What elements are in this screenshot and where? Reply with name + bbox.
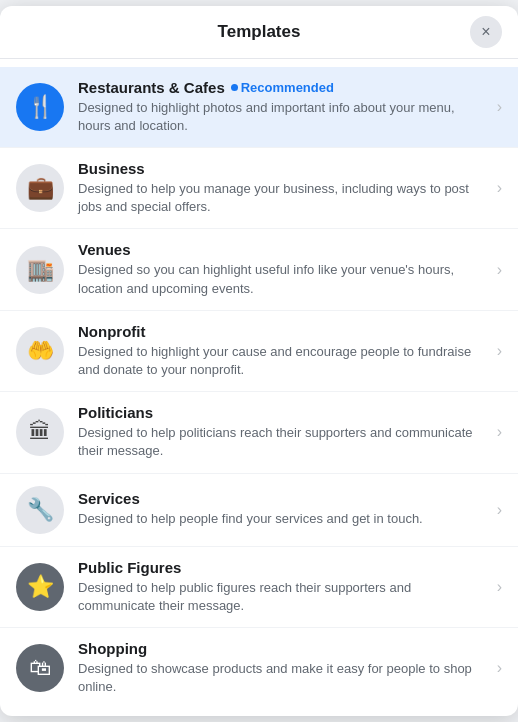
template-description: Designed to highlight your cause and enc…: [78, 343, 489, 379]
list-item[interactable]: 💼 Business Designed to help you manage y…: [0, 148, 518, 229]
template-info-politicians: Politicians Designed to help politicians…: [78, 404, 489, 460]
template-description: Designed to help people find your servic…: [78, 510, 489, 528]
template-description: Designed to help you manage your busines…: [78, 180, 489, 216]
chevron-right-icon: ›: [497, 659, 502, 677]
template-description: Designed to help politicians reach their…: [78, 424, 489, 460]
chevron-right-icon: ›: [497, 501, 502, 519]
template-info-public-figures: Public Figures Designed to help public f…: [78, 559, 489, 615]
list-item[interactable]: 🔧 Services Designed to help people find …: [0, 474, 518, 547]
template-icon-politicians: 🏛: [16, 408, 64, 456]
template-list: 🍴 Restaurants & Cafes Recommended Design…: [0, 59, 518, 717]
list-item[interactable]: 🛍 Shopping Designed to showcase products…: [0, 628, 518, 708]
template-name: Business: [78, 160, 489, 177]
chevron-right-icon: ›: [497, 342, 502, 360]
template-name: Public Figures: [78, 559, 489, 576]
template-info-shopping: Shopping Designed to showcase products a…: [78, 640, 489, 696]
recommended-dot: [231, 84, 238, 91]
template-info-services: Services Designed to help people find yo…: [78, 490, 489, 528]
list-item[interactable]: 🏛 Politicians Designed to help politicia…: [0, 392, 518, 473]
template-name: Shopping: [78, 640, 489, 657]
template-icon-restaurants-cafes: 🍴: [16, 83, 64, 131]
template-description: Designed to highlight photos and importa…: [78, 99, 489, 135]
template-name: Nonprofit: [78, 323, 489, 340]
close-button[interactable]: ×: [470, 16, 502, 48]
template-description: Designed so you can highlight useful inf…: [78, 261, 489, 297]
template-name: Services: [78, 490, 489, 507]
list-item[interactable]: 🍴 Restaurants & Cafes Recommended Design…: [0, 67, 518, 148]
chevron-right-icon: ›: [497, 261, 502, 279]
template-name: Venues: [78, 241, 489, 258]
template-icon-nonprofit: 🤲: [16, 327, 64, 375]
template-name: Restaurants & Cafes Recommended: [78, 79, 489, 96]
chevron-right-icon: ›: [497, 179, 502, 197]
template-icon-shopping: 🛍: [16, 644, 64, 692]
list-item[interactable]: ⭐ Public Figures Designed to help public…: [0, 547, 518, 628]
templates-modal: Templates × 🍴 Restaurants & Cafes Recomm…: [0, 6, 518, 717]
chevron-right-icon: ›: [497, 423, 502, 441]
modal-title: Templates: [218, 22, 301, 42]
template-icon-venues: 🏬: [16, 246, 64, 294]
close-icon: ×: [481, 23, 490, 41]
modal-header: Templates ×: [0, 6, 518, 59]
template-icon-services: 🔧: [16, 486, 64, 534]
template-info-business: Business Designed to help you manage you…: [78, 160, 489, 216]
recommended-badge: Recommended: [231, 80, 334, 95]
template-icon-business: 💼: [16, 164, 64, 212]
list-item[interactable]: 🤲 Nonprofit Designed to highlight your c…: [0, 311, 518, 392]
template-info-nonprofit: Nonprofit Designed to highlight your cau…: [78, 323, 489, 379]
chevron-right-icon: ›: [497, 98, 502, 116]
template-name: Politicians: [78, 404, 489, 421]
template-description: Designed to showcase products and make i…: [78, 660, 489, 696]
template-info-venues: Venues Designed so you can highlight use…: [78, 241, 489, 297]
list-item[interactable]: 🏬 Venues Designed so you can highlight u…: [0, 229, 518, 310]
template-description: Designed to help public figures reach th…: [78, 579, 489, 615]
chevron-right-icon: ›: [497, 578, 502, 596]
template-icon-public-figures: ⭐: [16, 563, 64, 611]
template-info-restaurants-cafes: Restaurants & Cafes Recommended Designed…: [78, 79, 489, 135]
